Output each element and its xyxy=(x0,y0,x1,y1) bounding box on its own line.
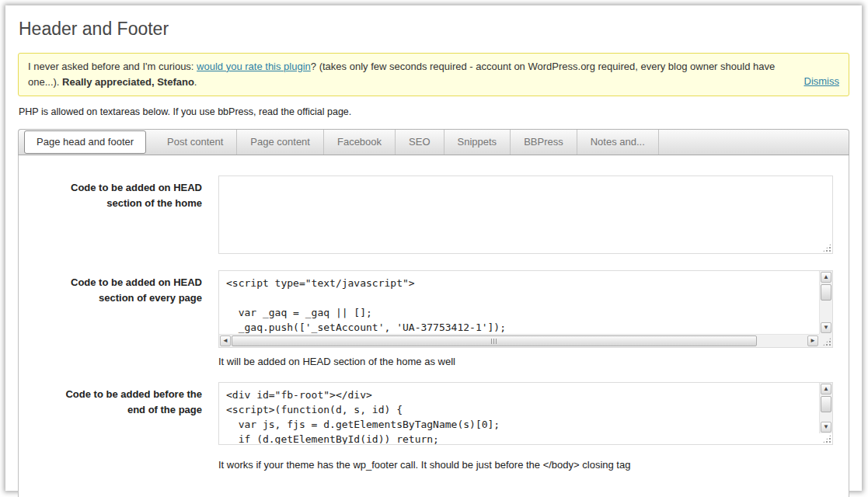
field-before-end: <div id="fb-root"></div> <script>(functi… xyxy=(218,382,833,471)
notice-text-intro: I never asked before and I'm curious: xyxy=(28,61,197,72)
scroll-down-icon[interactable]: ▼ xyxy=(821,322,831,333)
horizontal-scrollbar[interactable]: ◄ ► xyxy=(219,334,819,347)
rate-plugin-notice: I never asked before and I'm curious: wo… xyxy=(18,53,849,96)
field-label-before-end: Code to be added before the end of the p… xyxy=(47,382,202,471)
scroll-up-icon[interactable]: ▲ xyxy=(821,384,831,394)
form-row-head-home: Code to be added on HEAD section of the … xyxy=(19,176,849,254)
tab-page-content[interactable]: Page content xyxy=(237,130,324,155)
tab-notes[interactable]: Notes and... xyxy=(577,130,659,155)
tab-bbpress[interactable]: BBPress xyxy=(511,130,577,155)
scroll-left-icon[interactable]: ◄ xyxy=(220,335,231,346)
plugin-settings-window: Header and Footer I never asked before a… xyxy=(5,5,862,491)
field-head-every-page: <script type="text/javascript"> var _gaq… xyxy=(218,270,833,367)
field-label-head-every-page: Code to be added on HEAD section of ever… xyxy=(47,270,202,367)
scroll-up-icon[interactable]: ▲ xyxy=(821,272,831,283)
tab-post-content[interactable]: Post content xyxy=(154,130,237,155)
tab-seo[interactable]: SEO xyxy=(396,130,444,155)
notice-text-bold: Really appreciated, Stefano xyxy=(62,76,194,88)
field-label-head-home: Code to be added on HEAD section of the … xyxy=(47,176,202,254)
intro-text: PHP is allowed on textareas below. If yo… xyxy=(18,106,849,117)
before-end-code-editor: <div id="fb-root"></div> <script>(functi… xyxy=(218,382,833,445)
vertical-scroll-thumb[interactable] xyxy=(821,396,831,412)
tab-facebook[interactable]: Facebook xyxy=(324,130,396,155)
head-every-page-code-textarea[interactable]: <script type="text/javascript"> var _gaq… xyxy=(219,271,819,334)
head-every-page-code-editor: <script type="text/javascript"> var _gaq… xyxy=(218,270,833,348)
vertical-scroll-thumb[interactable] xyxy=(821,284,831,301)
notice-text-end: . xyxy=(194,76,197,88)
thumb-grip-icon xyxy=(491,339,497,344)
field-head-home xyxy=(218,176,833,254)
page-title: Header and Footer xyxy=(18,15,849,47)
vertical-scrollbar[interactable]: ▲ ▼ xyxy=(819,383,832,433)
scroll-down-icon[interactable]: ▼ xyxy=(821,422,831,433)
head-home-code-editor xyxy=(218,176,833,254)
resize-grip-icon[interactable] xyxy=(822,434,831,443)
tab-bar: Page head and footer Post content Page c… xyxy=(18,129,849,155)
dismiss-link[interactable]: Dismiss xyxy=(804,74,840,89)
horizontal-scroll-thumb[interactable] xyxy=(232,335,757,346)
rate-plugin-link[interactable]: would you rate this plugin xyxy=(197,61,311,72)
tab-page-head-and-footer[interactable]: Page head and footer xyxy=(24,130,146,154)
settings-panel: Code to be added on HEAD section of the … xyxy=(18,155,849,497)
form-row-before-end: Code to be added before the end of the p… xyxy=(19,382,849,471)
tab-snippets[interactable]: Snippets xyxy=(444,130,511,155)
head-home-code-textarea[interactable] xyxy=(219,176,832,253)
field-note-before-end: It works if your theme has the wp_footer… xyxy=(218,459,833,471)
vertical-scrollbar[interactable]: ▲ ▼ xyxy=(819,271,832,334)
field-note-head-every-page: It will be added on HEAD section of the … xyxy=(218,356,833,367)
page-content: Header and Footer I never asked before a… xyxy=(5,5,862,497)
before-end-code-textarea[interactable]: <div id="fb-root"></div> <script>(functi… xyxy=(219,383,819,444)
form-row-head-every-page: Code to be added on HEAD section of ever… xyxy=(19,270,849,367)
scroll-right-icon[interactable]: ► xyxy=(807,335,818,346)
